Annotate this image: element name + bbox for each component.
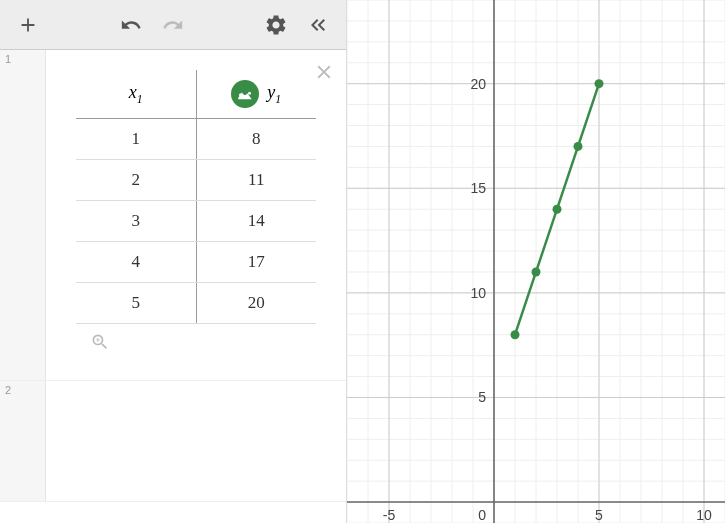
zoom-fit-button[interactable]: [76, 324, 316, 360]
svg-point-0: [239, 93, 242, 96]
table-row[interactable]: 211: [76, 160, 316, 201]
collapse-panel-button[interactable]: [300, 7, 336, 43]
graph-svg[interactable]: -505105101520: [347, 0, 725, 523]
zoom-fit-icon: [90, 332, 110, 352]
redo-button[interactable]: [155, 7, 191, 43]
chevron-double-left-icon: [306, 13, 330, 37]
svg-point-2: [248, 92, 251, 95]
expression-row[interactable]: 1 x1 y1: [0, 50, 346, 381]
table-row[interactable]: 520: [76, 283, 316, 324]
plot-toggle-icon[interactable]: [231, 80, 259, 108]
svg-text:-5: -5: [383, 507, 396, 523]
row-index: 1: [0, 50, 46, 380]
settings-button[interactable]: [258, 7, 294, 43]
data-table[interactable]: x1 y1 18 211 314 417 52: [76, 70, 316, 324]
table-row[interactable]: 18: [76, 119, 316, 160]
x-column-header[interactable]: x1: [76, 70, 196, 119]
y-column-header[interactable]: y1: [196, 70, 316, 119]
svg-text:10: 10: [696, 507, 712, 523]
gear-icon: [264, 13, 288, 37]
undo-button[interactable]: [113, 7, 149, 43]
expression-row[interactable]: 2: [0, 381, 346, 502]
svg-text:5: 5: [595, 507, 603, 523]
graph-canvas[interactable]: -505105101520: [347, 0, 725, 523]
expression-list: 1 x1 y1: [0, 50, 346, 523]
svg-point-70: [595, 79, 604, 88]
row-index: 2: [0, 381, 46, 501]
redo-icon: [159, 14, 187, 36]
toolbar: [0, 0, 346, 50]
expressions-panel: 1 x1 y1: [0, 0, 347, 523]
svg-point-68: [553, 205, 562, 214]
plus-icon: [17, 14, 39, 36]
svg-point-69: [574, 142, 583, 151]
svg-text:20: 20: [470, 76, 486, 92]
svg-point-1: [244, 95, 247, 98]
close-icon: [313, 61, 335, 83]
svg-text:0: 0: [478, 507, 486, 523]
table-row[interactable]: 417: [76, 242, 316, 283]
svg-text:15: 15: [470, 180, 486, 196]
svg-text:5: 5: [478, 389, 486, 405]
svg-point-67: [532, 267, 541, 276]
undo-icon: [117, 14, 145, 36]
svg-point-66: [511, 330, 520, 339]
table-row[interactable]: 314: [76, 201, 316, 242]
svg-text:10: 10: [470, 285, 486, 301]
add-button[interactable]: [10, 7, 46, 43]
